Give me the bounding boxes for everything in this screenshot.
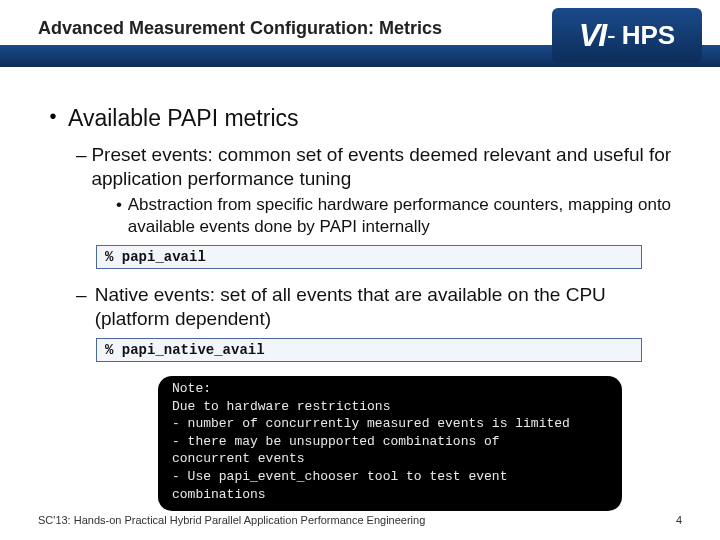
note-line: - number of concurrently measured events… xyxy=(172,415,608,433)
bullet-level2: – Preset events: common set of events de… xyxy=(76,143,682,191)
vihps-logo: VI - HPS xyxy=(552,8,702,63)
note-line: concurrent events xyxy=(172,450,608,468)
bullet-dash-icon: – xyxy=(76,143,91,191)
logo-vi: VI xyxy=(579,17,605,54)
bullet-dot-icon: • xyxy=(116,194,128,237)
bullet-text: Available PAPI metrics xyxy=(68,104,299,133)
logo-dash: - xyxy=(607,20,616,51)
bullet-dot-icon: • xyxy=(38,104,68,133)
code-box-papi-avail: % papi_avail xyxy=(96,245,642,269)
slide-header: Advanced Measurement Configuration: Metr… xyxy=(0,0,720,70)
bullet-dash-icon: – xyxy=(76,283,95,331)
note-line: - Use papi_event_chooser tool to test ev… xyxy=(172,468,608,486)
page-number: 4 xyxy=(676,514,682,526)
code-box-papi-native-avail: % papi_native_avail xyxy=(96,338,642,362)
note-line: - there may be unsupported combinations … xyxy=(172,433,608,451)
bullet-text: Native events: set of all events that ar… xyxy=(95,283,682,331)
note-line: combinations xyxy=(172,486,608,504)
slide-footer: SC'13: Hands-on Practical Hybrid Paralle… xyxy=(38,514,682,526)
note-line: Note: xyxy=(172,380,608,398)
bullet-text: Preset events: common set of events deem… xyxy=(91,143,682,191)
logo-hps: HPS xyxy=(622,20,675,51)
footer-left: SC'13: Hands-on Practical Hybrid Paralle… xyxy=(38,514,425,526)
note-box: Note: Due to hardware restrictions - num… xyxy=(158,376,622,511)
bullet-level2: – Native events: set of all events that … xyxy=(76,283,682,331)
slide-content: • Available PAPI metrics – Preset events… xyxy=(0,70,720,511)
bullet-level3: • Abstraction from specific hardware per… xyxy=(116,194,682,237)
bullet-level1: • Available PAPI metrics xyxy=(38,104,682,133)
note-line: Due to hardware restrictions xyxy=(172,398,608,416)
bullet-text: Abstraction from specific hardware perfo… xyxy=(128,194,682,237)
slide-title: Advanced Measurement Configuration: Metr… xyxy=(38,18,442,39)
